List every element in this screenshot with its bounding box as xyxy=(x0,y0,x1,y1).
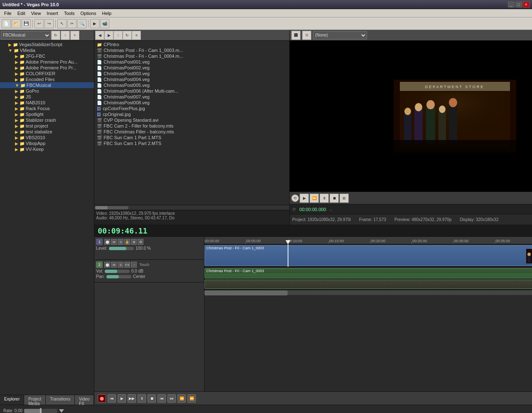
track-composite[interactable]: ⊕ xyxy=(131,239,137,245)
fl-back[interactable]: ◀ xyxy=(95,31,104,40)
close-button[interactable]: ✕ xyxy=(523,2,530,7)
list-item-veg002[interactable]: 📄 ChristmasPost002.veg xyxy=(94,65,289,71)
tab-transitions[interactable]: Transitions xyxy=(46,395,75,405)
list-item-fbc-sun1[interactable]: 🎬 FBC Sun Cam 1 Part 1.MTS xyxy=(94,135,289,140)
preview-dropdown[interactable]: (None) xyxy=(313,31,367,39)
preview-play[interactable]: ▶ xyxy=(300,194,309,203)
track-solo-2[interactable]: S xyxy=(118,262,123,268)
list-item-jpg2[interactable]: 🖼 cpOriginal.jpg xyxy=(94,111,289,117)
list-item-veg005[interactable]: 📄 ChristmasPost005.veg xyxy=(94,82,289,88)
tab-video-fx[interactable]: Video FX xyxy=(75,395,94,405)
preview-frame-mode[interactable]: ⊞ xyxy=(340,194,349,203)
zoom-tool[interactable]: 🔍 xyxy=(77,19,86,28)
tree-item-ap2[interactable]: ▶ 📁 Adobe Premiere Pro Pr... xyxy=(0,65,94,71)
tree-item-colorfixer[interactable]: ▶ 📁 COLORFIXER xyxy=(0,71,94,76)
tab-explorer[interactable]: Explorer xyxy=(0,395,24,405)
explorer-refresh[interactable]: ↻ xyxy=(51,31,60,40)
folder-dropdown[interactable]: FBCMusical xyxy=(1,31,51,39)
track-fx-2[interactable]: FX xyxy=(124,262,130,268)
play-btn[interactable]: ▶ xyxy=(118,394,126,403)
list-item-fbc-sun2[interactable]: 🎬 FBC Sun Cam 1 Part 2.MTS xyxy=(94,140,289,146)
fl-up[interactable]: ↑ xyxy=(113,31,123,40)
tree-item-vegasscript[interactable]: ▶ 📁 VegasStabilizerScript xyxy=(0,42,94,47)
tree-item-ap1[interactable]: ▶ 📁 Adobe Premiere Pro Au... xyxy=(0,59,94,65)
tree-item-testproject[interactable]: ▶ 📁 test project xyxy=(0,123,94,129)
tree-item-stablizer[interactable]: ▶ 📁 Stablizer crash xyxy=(0,117,94,123)
tree-item-teststab[interactable]: ▶ 📁 test stabalize xyxy=(0,129,94,135)
cursor-tool[interactable]: ↖ xyxy=(57,19,66,28)
list-item-veg007[interactable]: 📄 ChristmasPost007.veg xyxy=(94,94,289,100)
tree-item-vibop[interactable]: ▶ 📁 VibopApp xyxy=(0,140,94,146)
list-item-cvp[interactable]: 🎬 CVP Opening Standard.avi xyxy=(94,117,289,123)
menu-insert[interactable]: Insert xyxy=(44,10,61,17)
preview-tb-1[interactable]: ⬛ xyxy=(291,31,300,40)
audio-clip-2[interactable] xyxy=(204,280,532,289)
save-button[interactable]: 💾 xyxy=(22,19,31,28)
level-slider[interactable] xyxy=(109,247,134,250)
tree-item-vvkeep[interactable]: ▶ 📁 VV-Keep xyxy=(0,146,94,152)
list-item-veg006[interactable]: 📄 ChristmasPost006 (After Multi-cam... xyxy=(94,88,289,94)
tree-item-rackfocus[interactable]: ▶ 📁 Rack Focus xyxy=(0,106,94,111)
preview-play-fast[interactable]: ⏩ xyxy=(310,194,319,203)
record-btn[interactable]: ⬤ xyxy=(98,394,106,403)
list-item-veg004[interactable]: 📄 ChristmasPost004.veg xyxy=(94,76,289,82)
list-item-cam0003[interactable]: 🎬 Christmas Post - Fri - Cam 1_0003.m... xyxy=(94,47,289,53)
capture-button[interactable]: 📹 xyxy=(100,19,109,28)
menu-edit[interactable]: Edit xyxy=(15,10,28,17)
tree-item-encoded[interactable]: ▶ 📁 Encoded Files xyxy=(0,76,94,82)
list-item-veg008[interactable]: 📄 ChristmasPost008.veg xyxy=(94,100,289,106)
pan-slider[interactable] xyxy=(106,275,131,278)
preview-pause[interactable]: ⏸ xyxy=(320,194,329,203)
new-button[interactable]: 📄 xyxy=(2,19,11,28)
video-clip-main[interactable]: Christmas Post - Fri - Cam 1_0003 xyxy=(204,245,532,266)
list-item-fbc-christmas[interactable]: 🎬 FBC Christmas Filler - balcony.mts xyxy=(94,129,289,135)
tree-item-js[interactable]: ▶ 📁 JS xyxy=(0,94,94,100)
menu-options[interactable]: Options xyxy=(78,10,99,17)
explorer-nav-up[interactable]: ↑ xyxy=(61,31,70,40)
track-settings[interactable]: ⚙ xyxy=(138,239,143,245)
next-frame[interactable]: ⏭ xyxy=(167,394,176,403)
list-item-cpintro[interactable]: 📁 CPIntro xyxy=(94,42,289,47)
tree-item-nab[interactable]: ▶ 📁 NAB2010 xyxy=(0,100,94,106)
maximize-button[interactable]: □ xyxy=(515,2,522,7)
tree-item-vbs[interactable]: ▶ 📁 VBS2010 xyxy=(0,135,94,140)
pause-btn[interactable]: ⏸ xyxy=(138,394,146,403)
track-lock[interactable]: 🔒 xyxy=(124,239,130,245)
fl-fwd[interactable]: ▶ xyxy=(104,31,113,40)
track-arm[interactable]: ⬤ xyxy=(104,239,110,245)
timeline-scrollbar[interactable] xyxy=(204,290,532,295)
list-item-jpg1[interactable]: 🖼 cpColorFixerPlus.jpg xyxy=(94,106,289,111)
list-item-veg001[interactable]: 📄 ChristmasPost001.veg xyxy=(94,59,289,65)
redo-button[interactable]: ↪ xyxy=(44,19,54,28)
audio-clip-main[interactable]: Christmas Post - Fri - Cam 1_0003 xyxy=(204,268,532,278)
render-button[interactable]: ▶ xyxy=(90,19,99,28)
tree-item-gopro[interactable]: ▶ 📁 GoPro xyxy=(0,88,94,94)
menu-help[interactable]: Help xyxy=(99,10,114,17)
tree-item-2fg[interactable]: ▶ 📁 2FG-FBC xyxy=(0,53,94,59)
edit-tool[interactable]: ✂ xyxy=(67,19,76,28)
stop-btn[interactable]: ⏹ xyxy=(148,394,156,403)
list-item-veg003[interactable]: 📄 ChristmasPost003.veg xyxy=(94,71,289,76)
fl-view[interactable]: ≡ xyxy=(132,31,141,40)
menu-tools[interactable]: Tools xyxy=(62,10,77,17)
undo-button[interactable]: ↩ xyxy=(34,19,44,28)
slow-fwd[interactable]: ⏩ xyxy=(187,394,196,403)
tab-project-media[interactable]: Project Media xyxy=(24,395,46,405)
fl-refresh[interactable]: ↻ xyxy=(123,31,132,40)
track-mute[interactable]: M xyxy=(111,239,117,245)
menu-view[interactable]: View xyxy=(29,10,44,17)
track-arm-2[interactable]: ⬤ xyxy=(104,262,110,268)
play-from-start[interactable]: ⏮ xyxy=(108,394,116,403)
track-solo[interactable]: S xyxy=(118,239,123,245)
preview-stop[interactable]: ⏹ xyxy=(330,194,339,203)
minimize-button[interactable]: _ xyxy=(508,2,515,7)
list-item-fbc-filler[interactable]: 🎬 FBC Cam 2 - Filler for balcony.mts xyxy=(94,123,289,129)
open-button[interactable]: 📂 xyxy=(12,19,21,28)
tree-item-vmedia[interactable]: ▼ 📁 VMedia xyxy=(0,47,94,53)
explorer-new-folder[interactable]: + xyxy=(70,31,79,40)
list-item-cam0004[interactable]: 🎬 Christmas Post - Fri - Cam 1_0004.m... xyxy=(94,53,289,59)
track-mute-2[interactable]: M xyxy=(111,262,117,268)
preview-loop[interactable]: ⟲ xyxy=(291,194,299,202)
menu-file[interactable]: File xyxy=(2,10,14,17)
tree-item-spotlight[interactable]: ▶ 📁 Spotlight xyxy=(0,111,94,117)
